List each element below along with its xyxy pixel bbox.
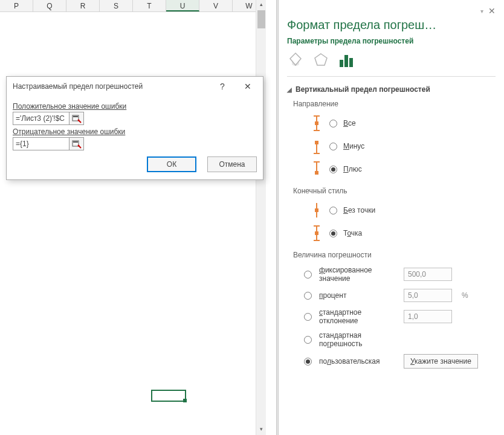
minus-direction-icon [310,138,323,155]
svg-rect-16 [315,141,318,144]
radio[interactable] [304,358,312,366]
option-label: пользовательская [319,357,398,366]
option-label: фиксированное значение [319,266,398,283]
endstyle-option-nocap[interactable]: Без точки [287,199,496,222]
cancel-button[interactable]: Отмена [207,156,257,172]
scroll-down-icon[interactable]: ▾ [256,425,266,435]
svg-rect-19 [315,171,318,175]
pane-tabs [287,51,496,77]
direction-option-plus[interactable]: Плюс [287,158,496,181]
positive-range-selector-button[interactable] [69,112,84,125]
column-headers: PQRSTUVW [0,0,266,12]
pane-title: Формат предела погреш… [287,18,496,32]
percent-value-input[interactable] [404,289,452,302]
amount-option-stderr[interactable]: стандартная погрешность [287,328,496,351]
amount-option-custom[interactable]: пользовательская Укажите значение [287,351,496,372]
positive-error-label: Положительное значение ошибки [13,102,257,111]
option-label: Минус [343,142,364,150]
endstyle-group-label: Конечный стиль [293,187,496,195]
section-header[interactable]: ◢ Вертикальный предел погрешностей [287,85,496,94]
stddev-value-input[interactable] [404,310,452,323]
specify-value-button[interactable]: Укажите значение [404,354,478,369]
direction-option-all[interactable]: Все [287,112,496,135]
negative-error-label: Отрицательное значение ошибки [13,127,257,136]
no-cap-icon [310,202,323,219]
radio[interactable] [329,120,337,127]
active-cell[interactable] [151,390,186,402]
column-header-R[interactable]: R [66,0,100,11]
column-header-T[interactable]: T [133,0,166,11]
close-button[interactable]: ✕ [235,80,260,92]
svg-rect-9 [349,58,353,67]
sheet-scrollbar[interactable]: ▴ ▾ [256,0,266,435]
help-button[interactable]: ? [210,80,235,92]
amount-option-fixed[interactable]: фиксированное значение [287,263,496,286]
option-label: Плюс [343,165,362,173]
radio[interactable] [329,143,337,150]
amount-option-percent[interactable]: процент % [287,286,496,305]
custom-error-bars-dialog: Настраиваемый предел погрешностей ? ✕ По… [6,76,263,180]
option-label: Точка [343,229,362,237]
positive-error-input[interactable] [13,112,69,125]
cap-icon [310,225,323,242]
svg-point-5 [77,145,79,147]
negative-error-input[interactable] [13,137,69,150]
amount-group-label: Величина погрешности [293,251,496,259]
radio[interactable] [329,230,337,237]
fixed-value-input[interactable] [404,268,452,281]
svg-marker-6 [315,54,327,65]
svg-rect-1 [73,116,78,117]
column-header-V[interactable]: V [199,0,233,11]
radio[interactable] [304,336,312,344]
dialog-titlebar: Настраиваемый предел погрешностей ? ✕ [7,77,263,96]
dialog-title: Настраиваемый предел погрешностей [13,82,210,91]
option-label: стандартное отклонение [319,308,398,325]
scroll-up-icon[interactable]: ▴ [256,0,266,10]
collapse-icon: ◢ [287,86,292,93]
pane-close-icon[interactable]: ✕ [488,6,496,16]
pane-subtitle[interactable]: Параметры предела погрешностей [287,37,496,45]
radio[interactable] [304,292,312,300]
svg-rect-25 [315,231,318,235]
radio[interactable] [329,166,337,173]
pane-menu-icon[interactable]: ▾ [480,8,483,14]
option-label: стандартная погрешность [319,331,398,348]
plus-direction-icon [310,161,323,178]
ok-button[interactable]: ОК [147,156,196,172]
column-header-Q[interactable]: Q [33,0,66,11]
endstyle-option-cap[interactable]: Точка [287,222,496,245]
error-bar-options-tab-icon[interactable] [338,51,355,70]
option-label: Все [343,119,356,127]
column-header-U[interactable]: U [166,0,199,11]
radio[interactable] [304,313,312,321]
column-header-S[interactable]: S [100,0,133,11]
radio[interactable] [304,271,312,279]
percent-suffix: % [462,291,468,300]
direction-option-minus[interactable]: Минус [287,135,496,158]
svg-rect-8 [344,55,348,67]
svg-rect-4 [73,141,78,143]
negative-range-selector-button[interactable] [69,137,84,150]
fill-line-tab-icon[interactable] [287,51,304,70]
svg-rect-7 [340,60,343,67]
radio[interactable] [329,207,337,214]
option-label: Без точки [343,206,375,214]
svg-rect-21 [315,208,318,212]
scroll-thumb[interactable] [257,10,265,28]
spreadsheet-area[interactable]: PQRSTUVW ▴ ▾ [0,0,266,435]
option-label: процент [319,291,398,300]
both-direction-icon [310,115,323,132]
amount-option-stddev[interactable]: стандартное отклонение [287,305,496,328]
column-header-P[interactable]: P [0,0,33,11]
effects-tab-icon[interactable] [312,51,329,70]
format-error-bars-pane: ▾ ✕ Формат предела погреш… Параметры пре… [279,0,504,435]
direction-group-label: Направление [293,100,496,108]
svg-point-2 [77,120,79,121]
svg-rect-13 [315,121,318,125]
